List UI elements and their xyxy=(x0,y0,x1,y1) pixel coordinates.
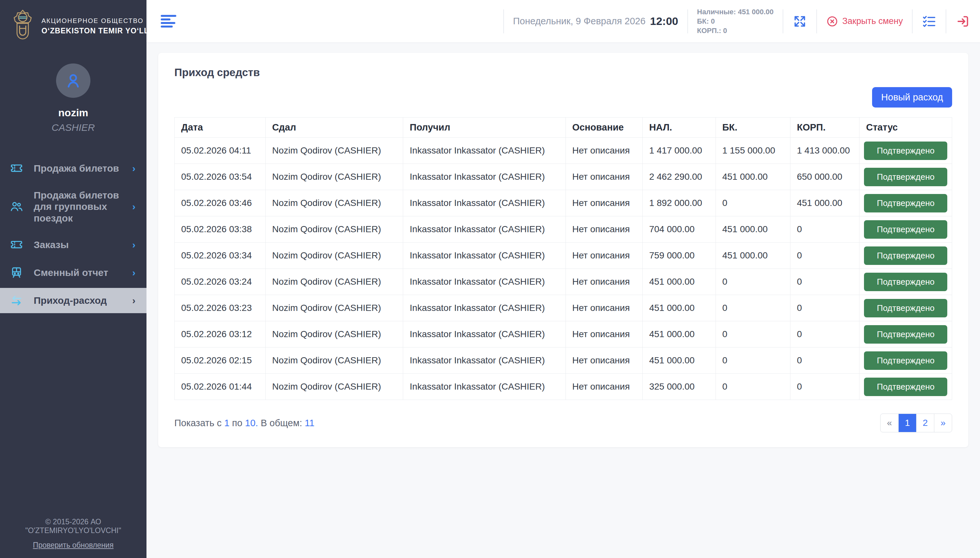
cell-status: Подтверждено xyxy=(860,216,952,243)
divider xyxy=(912,10,913,33)
column-header-received: Получил xyxy=(403,118,566,138)
cell-reason: Нет описания xyxy=(566,348,643,374)
cell-gave: Nozim Qodirov (CASHIER) xyxy=(265,321,403,348)
cell-reason: Нет описания xyxy=(566,243,643,269)
cell-status: Подтверждено xyxy=(860,269,952,295)
shift-log-button[interactable] xyxy=(922,14,937,29)
cell-bk: 0 xyxy=(715,295,790,321)
fullscreen-button[interactable] xyxy=(793,14,807,29)
divider xyxy=(945,10,946,33)
company-type-label: АКЦИОНЕРНОЕ ОБЩЕСТВО xyxy=(41,17,163,25)
main-content: Приход средств Новый расход Дата Сдал По… xyxy=(146,43,980,558)
cell-bk: 451 000.00 xyxy=(715,243,790,269)
sidebar-menu: Продажа билетов › Продажа билетов для гр… xyxy=(0,153,146,313)
corp-line: КОРП.: 0 xyxy=(697,26,774,35)
current-time: 12:00 xyxy=(650,15,678,28)
status-badge: Подтверждено xyxy=(864,168,947,186)
cell-cash: 451 000.00 xyxy=(643,321,716,348)
cell-corp: 0 xyxy=(790,216,860,243)
page-next-button[interactable]: » xyxy=(934,414,952,432)
column-header-reason: Основание xyxy=(566,118,643,138)
cell-status: Подтверждено xyxy=(860,295,952,321)
new-expense-button[interactable]: Новый расход xyxy=(872,87,952,108)
page-1-button[interactable]: 1 xyxy=(898,414,916,432)
sidebar-item-shift-report[interactable]: Сменный отчет › xyxy=(0,260,146,285)
pagination: Показать с 1 по 10. В общем: 11 « 1 2 » xyxy=(174,414,952,432)
sidebar-item-group-ticket-sales[interactable]: Продажа билетов для групповых поездок › xyxy=(0,184,146,230)
cell-reason: Нет описания xyxy=(566,216,643,243)
cell-bk: 0 xyxy=(715,374,790,400)
table-header-row: Дата Сдал Получил Основание НАЛ. БК. КОР… xyxy=(175,118,952,138)
cell-bk: 0 xyxy=(715,190,790,216)
page-2-button[interactable]: 2 xyxy=(916,414,934,432)
checklist-icon xyxy=(922,14,937,29)
cell-bk: 1 155 000.00 xyxy=(715,138,790,164)
cell-date: 05.02.2026 03:34 xyxy=(175,243,266,269)
cell-date: 05.02.2026 03:46 xyxy=(175,190,266,216)
column-header-bk: БК. xyxy=(715,118,790,138)
sidebar-item-income-expense[interactable]: Приход-расход › xyxy=(0,288,146,313)
chevron-right-icon: › xyxy=(132,267,135,278)
cell-date: 05.02.2026 01:44 xyxy=(175,374,266,400)
app-logo: АКЦИОНЕРНОЕ ОБЩЕСТВО O‘ZBEKISTON TEMIR Y… xyxy=(0,0,146,49)
pagination-summary: Показать с 1 по 10. В общем: 11 xyxy=(174,418,314,428)
cell-received: Inkassator Inkassator (CASHIER) xyxy=(403,374,566,400)
total-count: 11 xyxy=(305,418,314,428)
check-updates-link[interactable]: Проверить обновления xyxy=(33,541,114,550)
cell-status: Подтверждено xyxy=(860,190,952,216)
cell-gave: Nozim Qodirov (CASHIER) xyxy=(265,374,403,400)
cell-received: Inkassator Inkassator (CASHIER) xyxy=(403,243,566,269)
cell-corp: 1 413 000.00 xyxy=(790,138,860,164)
railways-emblem-icon xyxy=(11,10,35,43)
cell-gave: Nozim Qodirov (CASHIER) xyxy=(265,190,403,216)
cell-reason: Нет описания xyxy=(566,190,643,216)
column-header-corp: КОРП. xyxy=(790,118,860,138)
page-prev-button[interactable]: « xyxy=(881,414,898,432)
cell-bk: 451 000.00 xyxy=(715,216,790,243)
cash-summary: Наличные: 451 000.00 БК: 0 КОРП.: 0 xyxy=(697,7,774,35)
status-badge: Подтверждено xyxy=(864,299,947,317)
cell-corp: 451 000.00 xyxy=(790,190,860,216)
cell-reason: Нет описания xyxy=(566,374,643,400)
close-shift-button[interactable]: Закрыть смену xyxy=(826,15,903,28)
income-card: Приход средств Новый расход Дата Сдал По… xyxy=(158,53,968,447)
status-badge: Подтверждено xyxy=(864,273,947,291)
cell-gave: Nozim Qodirov (CASHIER) xyxy=(265,295,403,321)
train-icon xyxy=(10,266,25,279)
cell-received: Inkassator Inkassator (CASHIER) xyxy=(403,216,566,243)
copyright-text: © 2015-2026 АО "O'ZTEMIRYO'LYO'LOVCHI" xyxy=(0,517,146,535)
cell-status: Подтверждено xyxy=(860,348,952,374)
ticket-icon xyxy=(10,162,25,175)
cell-cash: 1 892 000.00 xyxy=(643,190,716,216)
status-badge: Подтверждено xyxy=(864,325,947,344)
cell-corp: 650 000.00 xyxy=(790,164,860,190)
table-row: 05.02.2026 03:12 Nozim Qodirov (CASHIER)… xyxy=(175,321,952,348)
cash-line: Наличные: 451 000.00 xyxy=(697,7,774,16)
user-name: nozim xyxy=(0,107,146,119)
status-badge: Подтверждено xyxy=(864,141,947,160)
income-table: Дата Сдал Получил Основание НАЛ. БК. КОР… xyxy=(174,117,952,400)
group-icon xyxy=(10,200,25,213)
menu-toggle-button[interactable] xyxy=(161,15,176,28)
logout-button[interactable] xyxy=(955,14,970,29)
cell-cash: 451 000.00 xyxy=(643,295,716,321)
cell-cash: 451 000.00 xyxy=(643,269,716,295)
divider xyxy=(503,10,504,33)
cell-received: Inkassator Inkassator (CASHIER) xyxy=(403,164,566,190)
sidebar-item-ticket-sales[interactable]: Продажа билетов › xyxy=(0,156,146,181)
cell-cash: 1 417 000.00 xyxy=(643,138,716,164)
cell-corp: 0 xyxy=(790,374,860,400)
cell-cash: 2 462 290.00 xyxy=(643,164,716,190)
chevron-right-icon: › xyxy=(132,295,135,306)
cell-gave: Nozim Qodirov (CASHIER) xyxy=(265,138,403,164)
divider xyxy=(687,10,688,33)
cell-received: Inkassator Inkassator (CASHIER) xyxy=(403,190,566,216)
cell-received: Inkassator Inkassator (CASHIER) xyxy=(403,348,566,374)
cell-gave: Nozim Qodirov (CASHIER) xyxy=(265,216,403,243)
chevron-right-icon: › xyxy=(132,163,135,174)
range-to: 10. xyxy=(245,418,258,428)
cell-date: 05.02.2026 04:11 xyxy=(175,138,266,164)
sidebar-item-orders[interactable]: Заказы › xyxy=(0,232,146,258)
company-name-label: O‘ZBEKISTON TEMIR YO‘LLARI xyxy=(41,26,163,35)
cell-status: Подтверждено xyxy=(860,374,952,400)
